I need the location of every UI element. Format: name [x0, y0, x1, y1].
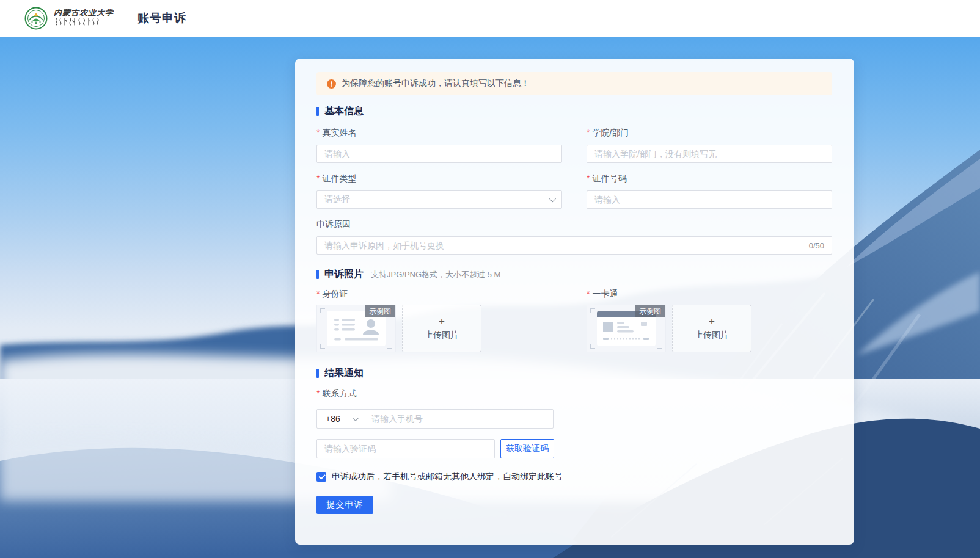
plus-icon: + — [709, 317, 715, 327]
university-name-block: 内蒙古农业大学 — [54, 9, 114, 28]
phone-number-input[interactable] — [371, 414, 546, 424]
app-header: 内蒙古农业大学 账号申诉 — [0, 0, 980, 37]
example-badge: 示例图 — [635, 305, 665, 317]
header-divider — [126, 12, 126, 25]
phone-input-group: +86 — [316, 409, 554, 429]
auto-bind-row: 申诉成功后，若手机号或邮箱无其他人绑定，自动绑定此账号 — [316, 471, 832, 482]
id-card-label: 身份证 — [322, 289, 348, 298]
id-card-example-image: 示例图 — [316, 305, 396, 352]
university-name: 内蒙古农业大学 — [54, 9, 114, 17]
section-bar — [316, 107, 319, 116]
verification-code-row: 获取验证码 — [316, 439, 832, 458]
required-mark: * — [587, 174, 590, 183]
required-mark: * — [587, 128, 590, 137]
photo-campus-card: * 一卡通 — [587, 280, 832, 352]
required-mark: * — [316, 128, 320, 137]
notice-banner: 为保障您的账号申诉成功，请认真填写以下信息！ — [316, 72, 832, 95]
auto-bind-label: 申诉成功后，若手机号或邮箱无其他人绑定，自动绑定此账号 — [332, 471, 563, 482]
real-name-input[interactable] — [324, 149, 554, 159]
photos-hint: 支持JPG/PNG格式，大小不超过 5 M — [371, 269, 500, 280]
contact-label-row: * 联系方式 — [316, 389, 832, 397]
auto-bind-checkbox[interactable] — [316, 472, 326, 482]
campus-card-upload-button[interactable]: + 上传图片 — [672, 305, 751, 352]
campus-card-label: 一卡通 — [592, 289, 618, 298]
field-real-name: * 真实姓名 — [316, 117, 562, 163]
real-name-label: 真实姓名 — [322, 128, 356, 137]
required-mark: * — [587, 289, 590, 298]
field-id-type: * 证件类型 请选择 — [316, 163, 562, 209]
id-card-upload-button[interactable]: + 上传图片 — [402, 305, 481, 352]
department-input[interactable] — [594, 149, 824, 159]
university-logo: 内蒙古农业大学 — [24, 7, 114, 30]
plus-icon: + — [439, 317, 445, 327]
country-code-select[interactable]: +86 — [317, 410, 364, 428]
field-department: * 学院/部门 — [587, 117, 832, 163]
char-counter: 0/50 — [809, 241, 824, 250]
example-badge: 示例图 — [365, 305, 395, 317]
field-reason: 申诉原因 0/50 — [316, 220, 832, 255]
chevron-down-icon — [549, 195, 556, 202]
contact-label: 联系方式 — [322, 389, 356, 397]
submit-appeal-button[interactable]: 提交申诉 — [316, 496, 373, 514]
section-appeal-photos: 申诉照片 支持JPG/PNG格式，大小不超过 5 M — [316, 268, 832, 280]
id-type-label: 证件类型 — [322, 174, 356, 183]
page-title: 账号申诉 — [137, 10, 186, 26]
id-number-label: 证件号码 — [592, 174, 626, 183]
department-label: 学院/部门 — [592, 128, 629, 137]
get-code-button[interactable]: 获取验证码 — [500, 439, 554, 458]
reason-label: 申诉原因 — [316, 220, 351, 228]
required-mark: * — [316, 389, 320, 397]
appeal-form-card: 为保障您的账号申诉成功，请认真填写以下信息！ 基本信息 * 真实姓名 * 学院/… — [295, 59, 854, 545]
reason-input[interactable] — [324, 241, 804, 250]
university-emblem-icon — [24, 7, 48, 30]
section-bar — [316, 369, 319, 378]
section-basic-info: 基本信息 — [316, 105, 832, 117]
id-number-input[interactable] — [594, 195, 824, 205]
chevron-down-icon — [353, 415, 359, 421]
verification-code-input[interactable] — [324, 444, 487, 454]
required-mark: * — [316, 174, 320, 183]
required-mark: * — [316, 289, 320, 298]
mongolian-script — [54, 18, 101, 26]
field-id-number: * 证件号码 — [587, 163, 832, 209]
section-bar — [316, 270, 319, 279]
notice-text: 为保障您的账号申诉成功，请认真填写以下信息！ — [342, 78, 530, 89]
photo-id-card: * 身份证 示例图 — [316, 280, 562, 352]
id-type-select[interactable]: 请选择 — [316, 190, 562, 209]
section-result-notice: 结果通知 — [316, 367, 832, 379]
warning-icon — [327, 79, 336, 89]
campus-card-example-image: 示例图 — [587, 305, 666, 352]
